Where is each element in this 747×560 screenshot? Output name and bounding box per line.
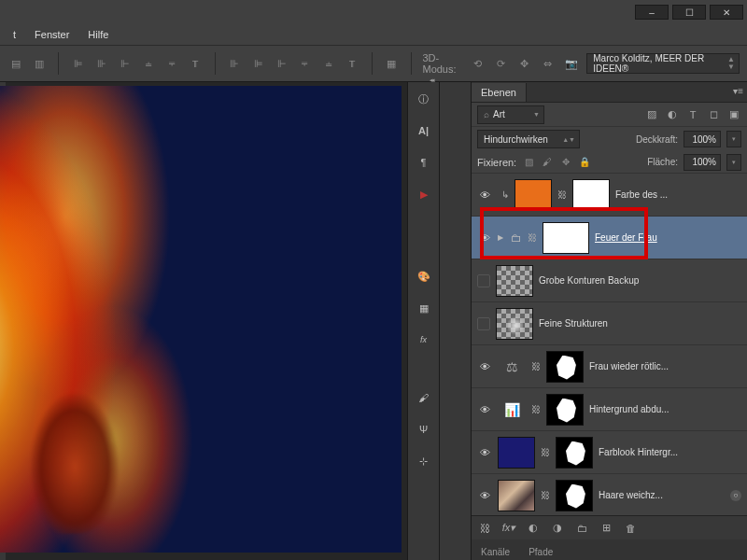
- trash-icon[interactable]: 🗑: [623, 523, 638, 534]
- workspace-dropdown[interactable]: Marco Kolditz, MEER DER IDEEN® ▲▼: [586, 53, 740, 74]
- window-close[interactable]: ✕: [710, 5, 743, 20]
- clone-source-panel-icon[interactable]: ⊹: [415, 452, 433, 470]
- align-bottom-icon[interactable]: ⫪: [188, 53, 204, 74]
- lock-transparency-icon[interactable]: ▨: [522, 156, 535, 169]
- 3d-roll-icon[interactable]: ⟳: [493, 53, 509, 74]
- layer-name[interactable]: Feine Strukturen: [539, 318, 741, 329]
- visibility-toggle[interactable]: 👁: [477, 231, 492, 245]
- opt-icon-3d[interactable]: ▦: [384, 53, 400, 74]
- align-top-icon[interactable]: ⫨: [141, 53, 157, 74]
- layer-thumbnail[interactable]: [498, 437, 535, 469]
- character-panel-icon[interactable]: A|: [415, 121, 433, 140]
- mask-thumbnail[interactable]: [546, 394, 584, 426]
- blend-mode-dropdown[interactable]: Hindurchwirken ▲▼: [477, 130, 580, 148]
- visibility-toggle[interactable]: [477, 274, 490, 287]
- layer-row[interactable]: Feine Strukturen: [472, 302, 747, 345]
- opt-icon-1[interactable]: ▤: [7, 53, 23, 74]
- visibility-toggle[interactable]: 👁: [477, 188, 492, 203]
- mask-thumbnail[interactable]: [546, 351, 584, 383]
- layer-name[interactable]: Haare weichz...: [599, 490, 741, 500]
- layer-row[interactable]: 👁 ⚖ ⛓ Frau wieder rötlic...: [472, 345, 747, 388]
- lock-position-icon[interactable]: ✥: [559, 156, 572, 169]
- paragraph-panel-icon[interactable]: ¶: [415, 153, 433, 172]
- tab-channels[interactable]: Kanäle: [472, 544, 519, 560]
- layer-name[interactable]: Feuer der Frau: [595, 232, 741, 243]
- panel-flyout-menu-icon[interactable]: ▾≡: [733, 86, 743, 96]
- adjustments-panel-icon[interactable]: fx: [415, 330, 433, 349]
- opacity-field[interactable]: 100%: [684, 131, 721, 147]
- filter-pixel-icon[interactable]: ▨: [644, 107, 659, 122]
- document-canvas[interactable]: [0, 86, 402, 553]
- layer-thumbnail[interactable]: [514, 179, 552, 211]
- 3d-pan-icon[interactable]: ✥: [516, 53, 532, 74]
- menu-item-0[interactable]: t: [4, 26, 25, 43]
- menu-item-fenster[interactable]: Fenster: [25, 26, 78, 43]
- fill-field[interactable]: 100%: [684, 154, 721, 171]
- align-center-icon[interactable]: ⊪: [93, 53, 109, 74]
- mask-thumbnail[interactable]: [556, 437, 593, 469]
- info-panel-icon[interactable]: ⓘ: [415, 90, 433, 108]
- swatches-panel-icon[interactable]: 🎨: [415, 267, 433, 286]
- layer-row[interactable]: 👁 ⛓ Haare weichz... ○: [472, 474, 747, 515]
- tab-paths[interactable]: Pfade: [519, 544, 562, 560]
- dist-left-icon[interactable]: ⊪: [227, 53, 243, 74]
- window-maximize[interactable]: ☐: [672, 5, 706, 20]
- layer-name[interactable]: Farblook Hintergr...: [599, 447, 741, 457]
- tab-layers[interactable]: Ebenen: [472, 83, 527, 102]
- mask-thumbnail[interactable]: [572, 179, 610, 211]
- opt-icon-2[interactable]: ▥: [31, 53, 47, 74]
- visibility-toggle[interactable]: 👁: [477, 445, 492, 460]
- visibility-toggle[interactable]: 👁: [477, 402, 492, 417]
- group-expand-icon[interactable]: ▶: [498, 233, 503, 242]
- lock-all-icon[interactable]: 🔒: [578, 156, 591, 169]
- layer-name[interactable]: Hintergrund abdu...: [589, 404, 741, 414]
- menu-item-hilfe[interactable]: Hilfe: [78, 26, 118, 43]
- mask-icon[interactable]: ◐: [526, 522, 541, 534]
- layer-name[interactable]: Farbe des ...: [615, 189, 741, 200]
- fx-icon[interactable]: fx▾: [501, 522, 516, 534]
- 3d-camera-icon[interactable]: 📷: [563, 53, 579, 74]
- 3d-orbit-icon[interactable]: ⟲: [469, 53, 485, 74]
- adjustment-icon[interactable]: ◑: [550, 522, 565, 534]
- brush-panel-icon[interactable]: 🖌: [415, 388, 433, 407]
- dist-mid-icon[interactable]: ⫨: [320, 53, 336, 74]
- filter-shape-icon[interactable]: ◻: [706, 107, 721, 122]
- dist-bottom-icon[interactable]: ⫪: [345, 53, 360, 74]
- layer-row-selected[interactable]: 👁 ▶ 🗀 ⛓ Feuer der Frau: [472, 217, 747, 259]
- layer-name[interactable]: Frau wieder rötlic...: [589, 361, 741, 371]
- dist-center-icon[interactable]: ⊫: [250, 53, 266, 74]
- mask-thumbnail[interactable]: [543, 222, 589, 254]
- fx-badge[interactable]: ○: [730, 490, 741, 501]
- lock-pixels-icon[interactable]: 🖌: [541, 156, 554, 169]
- align-left-icon[interactable]: ⊫: [70, 53, 86, 74]
- visibility-toggle[interactable]: 👁: [477, 488, 492, 503]
- filter-kind-dropdown[interactable]: Art ▼: [477, 105, 544, 124]
- layer-thumbnail[interactable]: [496, 308, 533, 340]
- canvas-area[interactable]: [0, 82, 407, 560]
- visibility-toggle[interactable]: [477, 317, 490, 330]
- dist-right-icon[interactable]: ⊩: [274, 53, 289, 74]
- layer-name[interactable]: Grobe Konturen Backup: [539, 275, 741, 286]
- filter-adjust-icon[interactable]: ◐: [665, 107, 680, 122]
- layer-thumbnail[interactable]: [498, 480, 535, 511]
- brush-presets-panel-icon[interactable]: Ψ: [415, 420, 433, 439]
- play-panel-icon[interactable]: ▶: [415, 185, 433, 203]
- link-layers-icon[interactable]: ⛓: [477, 523, 492, 534]
- filter-smart-icon[interactable]: ▣: [726, 107, 741, 122]
- layer-row[interactable]: Grobe Konturen Backup: [472, 259, 747, 302]
- dist-top-icon[interactable]: ⫧: [297, 53, 313, 74]
- window-minimize[interactable]: –: [635, 5, 669, 20]
- 3d-slide-icon[interactable]: ⇔: [540, 53, 556, 74]
- mask-thumbnail[interactable]: [556, 480, 593, 511]
- align-right-icon[interactable]: ⊩: [117, 53, 133, 74]
- group-icon[interactable]: 🗀: [574, 523, 589, 534]
- fill-slider-button[interactable]: ▾: [726, 154, 741, 171]
- new-layer-icon[interactable]: ⊞: [599, 522, 613, 534]
- visibility-toggle[interactable]: 👁: [477, 359, 492, 374]
- layer-row[interactable]: 👁 ↳ ⛓ Farbe des ...: [472, 174, 747, 217]
- layer-thumbnail[interactable]: [496, 265, 533, 297]
- opacity-slider-button[interactable]: ▾: [726, 131, 741, 147]
- align-middle-icon[interactable]: ⫧: [164, 53, 180, 74]
- layer-row[interactable]: 👁 📊 ⛓ Hintergrund abdu...: [472, 388, 747, 431]
- filter-type-icon[interactable]: T: [685, 107, 700, 122]
